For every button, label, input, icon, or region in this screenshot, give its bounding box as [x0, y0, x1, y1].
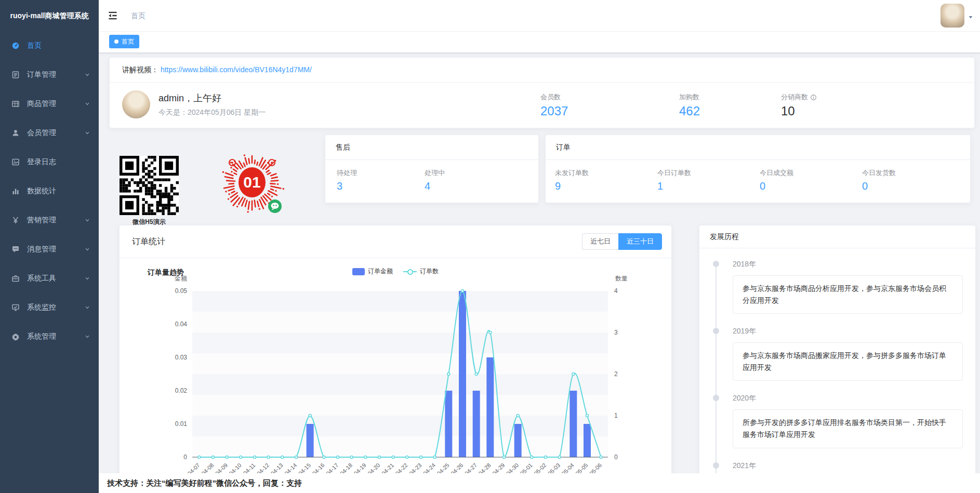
svg-text:4: 4 [614, 287, 618, 295]
sidebar: ruoyi-mall商城管理系统 首页 订单管理 商品管理 会员管理 登录日志 … [0, 0, 99, 493]
marketing-icon [11, 216, 20, 224]
sidebar-fold-icon[interactable] [107, 10, 118, 21]
stat-value: 0 [862, 180, 964, 192]
svg-text:0.05: 0.05 [175, 287, 188, 295]
caret-down-icon [968, 14, 974, 20]
tools-icon [11, 274, 20, 283]
sidebar-item-member-management[interactable]: 会员管理 [0, 118, 99, 148]
sidebar-item-data-statistics[interactable]: 数据统计 [0, 177, 99, 206]
footer: 技术支持：关注“编写美好前程”微信公众号，回复：支持 [99, 473, 980, 493]
sidebar-item-label: 系统工具 [27, 274, 56, 283]
banner-card: 讲解视频： https://www.bilibili.com/video/BV1… [109, 57, 975, 128]
app-title: ruoyi-mall商城管理系统 [0, 0, 99, 31]
sidebar-item-label: 订单管理 [27, 70, 56, 79]
stat-label: 分销商数 [781, 92, 808, 102]
order-card-title: 订单 [546, 135, 970, 160]
statistics-icon [11, 187, 20, 195]
message-icon [11, 245, 20, 254]
last-30-days-button[interactable]: 近三十日 [618, 233, 662, 250]
timeline-dot [713, 395, 719, 401]
stat-distributors: 分销商数 10 [781, 92, 817, 118]
sidebar-item-system-management[interactable]: 系统管理 [0, 322, 99, 351]
development-history-card: 发展历程 2018年 参与京东服务市场商品分析应用开发，参与京东服务市场会员积分… [699, 225, 976, 493]
sidebar-item-label: 营销管理 [27, 216, 56, 225]
user-avatar[interactable] [941, 4, 964, 28]
stat-label: 会员数 [540, 92, 568, 102]
sidebar-item-order-management[interactable]: 订单管理 [0, 60, 99, 89]
last-7-days-button[interactable]: 近七日 [582, 233, 618, 250]
stat-label: 今日订单数 [657, 168, 760, 178]
order-statistics-title: 订单统计 [132, 225, 165, 258]
sidebar-item-label: 系统管理 [27, 332, 56, 341]
sidebar-item-goods-management[interactable]: 商品管理 [0, 89, 99, 118]
chevron-down-icon [84, 334, 90, 340]
breadcrumb[interactable]: 首页 [131, 0, 145, 31]
range-button-group: 近七日 近三十日 [582, 233, 662, 250]
active-tag-dot [114, 39, 118, 44]
order-today-amount: 今日成交额 0 [760, 168, 862, 192]
aftersale-card: 售后 待处理 3 处理中 4 [325, 135, 539, 203]
timeline-year: 2018年 [733, 260, 963, 269]
svg-text:数量: 数量 [615, 275, 628, 282]
goods-icon [11, 100, 20, 108]
dashboard-page: ruoyi-mall商城管理系统 首页 订单管理 商品管理 会员管理 登录日志 … [0, 0, 980, 493]
login-log-icon [11, 158, 20, 166]
timeline-text: 参与京东服务市场商品搬家应用开发，参与拼多多服务市场订单应用开发 [733, 342, 963, 381]
monitor-icon [11, 303, 20, 312]
order-today-count: 今日订单数 1 [657, 168, 760, 192]
tag-label: 首页 [122, 37, 134, 46]
svg-text:2: 2 [614, 370, 618, 378]
chevron-down-icon [84, 304, 90, 311]
dashboard-icon [11, 42, 20, 50]
sidebar-item-system-monitor[interactable]: 系统监控 [0, 293, 99, 322]
svg-text:0.03: 0.03 [175, 354, 188, 361]
sidebar-item-label: 数据统计 [27, 186, 56, 196]
sidebar-item-message-management[interactable]: 消息管理 [0, 235, 99, 264]
footer-text: 技术支持：关注“编写美好前程”微信公众号，回复：支持 [107, 478, 302, 488]
stat-value: 0 [760, 180, 862, 192]
stat-label: 处理中 [425, 168, 512, 178]
timeline-title: 发展历程 [699, 225, 975, 248]
timeline-item-2020: 2020年 所参与开发的拼多多订单应用排名服务市场类目第一，开始快手服务市场订单… [713, 394, 963, 448]
stat-value: 4 [425, 180, 512, 192]
order-unshipped: 未发订单数 9 [555, 168, 657, 192]
chevron-down-icon [84, 275, 90, 282]
sidebar-item-home[interactable]: 首页 [0, 31, 99, 60]
order-trend-chart: 金额数量00.010.020.030.040.050123404-0704-08… [125, 272, 670, 480]
timeline-dot [713, 462, 719, 469]
video-banner: 讲解视频： https://www.bilibili.com/video/BV1… [110, 58, 974, 83]
member-icon [11, 129, 20, 137]
top-navbar: 首页 [99, 0, 980, 32]
tag-home[interactable]: 首页 [109, 35, 139, 48]
timeline-year: 2021年 [733, 461, 963, 471]
video-banner-label: 讲解视频： [122, 65, 158, 74]
sidebar-item-marketing-management[interactable]: 营销管理 [0, 206, 99, 235]
wechat-h5-qr-code [120, 156, 179, 215]
info-icon[interactable] [810, 94, 817, 101]
stat-value: 10 [781, 104, 817, 118]
wechat-miniprogram-code: 01 [219, 151, 287, 218]
svg-text:金额: 金额 [174, 275, 187, 282]
timeline-dot [713, 328, 719, 334]
stat-value: 2037 [540, 104, 568, 118]
timeline-item-2018: 2018年 参与京东服务市场商品分析应用开发，参与京东服务市场会员积分应用开发 [713, 260, 963, 314]
timeline-item-2019: 2019年 参与京东服务市场商品搬家应用开发，参与拼多多服务市场订单应用开发 [713, 327, 963, 381]
timeline-text: 参与京东服务市场商品分析应用开发，参与京东服务市场会员积分应用开发 [733, 275, 963, 314]
sidebar-item-label: 登录日志 [27, 157, 56, 167]
stat-value: 1 [657, 180, 760, 192]
video-link[interactable]: https://www.bilibili.com/video/BV16N4y1d… [161, 65, 312, 74]
timeline-year: 2019年 [733, 327, 963, 336]
svg-text:0.01: 0.01 [175, 420, 188, 428]
svg-text:1: 1 [614, 412, 618, 419]
sidebar-item-label: 首页 [27, 41, 42, 50]
sidebar-item-label: 系统监控 [27, 303, 56, 312]
sidebar-item-system-tools[interactable]: 系统工具 [0, 264, 99, 293]
chevron-down-icon [84, 246, 90, 252]
sidebar-item-login-log[interactable]: 登录日志 [0, 148, 99, 177]
svg-text:3: 3 [614, 329, 618, 336]
stat-label: 加购数 [679, 92, 700, 102]
sidebar-item-label: 消息管理 [27, 245, 56, 254]
chevron-down-icon [84, 101, 90, 107]
svg-text:0.04: 0.04 [175, 321, 188, 328]
order-icon [11, 71, 20, 79]
